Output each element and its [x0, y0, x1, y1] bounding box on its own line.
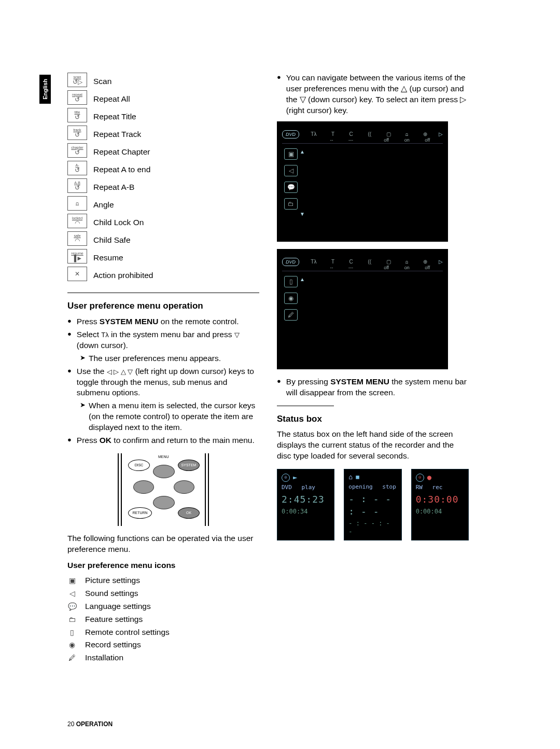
status-icon-row: scan↺▷Scan [67, 73, 259, 87]
status-icon-row: A-B↺Repeat A-B [67, 178, 259, 193]
divider [67, 293, 259, 293]
status-icon: track↺ [67, 126, 87, 140]
system-menu-screenshot-1: DVD TλTC((▢⩍⊕ ▷ -----offonoff ▣◁💬🗀 ▲ ▼ [277, 121, 448, 242]
remote-control-diagram: MENU DISC SYSTEM RETURN OK [117, 453, 210, 526]
status-icon-label: Angle [93, 200, 114, 211]
user-pref-steps: Press SYSTEM MENU on the remote control.… [67, 316, 259, 351]
status-icon: title↺ [67, 108, 87, 122]
status-icon-row: repeat↺Repeat All [67, 90, 259, 105]
status-icon: scan↺▷ [67, 73, 87, 87]
section-heading-status-box: Status box [277, 413, 469, 425]
status-icon: chapter↺ [67, 143, 87, 158]
menu-side-icon: ▯ [284, 276, 298, 287]
status-icon-label: Repeat A to end [93, 164, 150, 175]
pref-icon: 🗀 [67, 615, 77, 623]
status-icon-row: safe◠Child Safe [67, 231, 259, 246]
pref-icon-row: ◁Sound settings [67, 588, 259, 599]
pref-icon: ▣ [67, 576, 77, 585]
status-icon-row: A-↺Repeat A to end [67, 161, 259, 175]
pref-icon: 🖉 [67, 654, 77, 662]
pref-icon-row: 🖉Installation [67, 653, 259, 663]
status-icon-label: Resume [93, 253, 123, 263]
status-icon: ✕ [67, 267, 87, 281]
status-icon-label: Action prohibited [93, 270, 153, 281]
status-icon-label: Repeat A-B [93, 182, 134, 193]
status-icon-label: Child Safe [93, 235, 131, 246]
status-box: ◎●RW rec0:30:000:00:04 [411, 469, 469, 540]
status-icon-label: Child Lock On [93, 217, 144, 228]
status-icon-label: Scan [93, 76, 111, 87]
pref-icon-row: 💬Language settings [67, 601, 259, 612]
status-icon-row: track↺Repeat Track [67, 126, 259, 140]
status-icon: A-B↺ [67, 178, 87, 193]
pref-icon-row: ▣Picture settings [67, 575, 259, 586]
status-icon: safe◠ [67, 231, 87, 246]
status-icon-row: chapter↺Repeat Chapter [67, 143, 259, 158]
navigate-instruction: You can navigate between the various ite… [286, 73, 469, 116]
language-tab: English [39, 75, 51, 104]
pref-icon-row: ▯Remote control settings [67, 627, 259, 638]
user-pref-followup: The following functions can be operated … [67, 533, 259, 555]
status-icon: locked◠ [67, 214, 87, 228]
pref-icon-label: Feature settings [85, 614, 143, 625]
pref-icon-label: Record settings [85, 640, 141, 650]
status-box: ⌂■opening stop- : - - : - -- : - - : - - [344, 469, 401, 540]
page-footer: 20 OPERATION [67, 720, 113, 728]
pref-icon: ◉ [67, 641, 77, 649]
pref-icon-label: Picture settings [85, 575, 140, 586]
status-icon-row: ⩍Angle [67, 196, 259, 211]
menu-side-icon: 🗀 [284, 198, 298, 210]
status-icon-row: resume▐►Resume [67, 249, 259, 263]
status-icon-row: locked◠Child Lock On [67, 214, 259, 228]
pref-icon: ▯ [67, 628, 77, 636]
status-icon-label: Repeat Chapter [93, 147, 150, 158]
divider [277, 406, 334, 406]
menu-side-icon: ◉ [284, 293, 298, 304]
pref-icon: 💬 [67, 602, 77, 611]
status-icon-label: Repeat Track [93, 129, 141, 140]
pref-icon-row: 🗀Feature settings [67, 614, 259, 625]
status-icon-label: Repeat All [93, 94, 130, 105]
pref-icon-label: Sound settings [85, 588, 138, 599]
status-icon: repeat↺ [67, 90, 87, 105]
menu-side-icon: ◁ [284, 165, 298, 176]
status-icon: A-↺ [67, 161, 87, 175]
status-icon: ⩍ [67, 196, 87, 211]
menu-side-icon: ▣ [284, 148, 298, 160]
pref-icon: ◁ [67, 589, 77, 598]
pref-icon-row: ◉Record settings [67, 640, 259, 650]
status-icon-row: ✕Action prohibited [67, 267, 259, 281]
status-icon: resume▐► [67, 249, 87, 263]
status-icon-row: title↺Repeat Title [67, 108, 259, 122]
menu-side-icon: 🖉 [284, 309, 298, 321]
user-pref-icons-heading: User preference menu icons [67, 560, 259, 571]
status-box: ◎►DVD play2:45:230:00:34 [277, 469, 334, 540]
pref-icon-label: Installation [85, 653, 123, 663]
status-box-examples: ◎►DVD play2:45:230:00:34⌂■opening stop- … [277, 469, 469, 540]
user-pref-icons-list: ▣Picture settings◁Sound settings💬Languag… [67, 575, 259, 663]
menu-side-icon: 💬 [284, 182, 298, 193]
status-icon-legend: scan↺▷Scanrepeat↺Repeat Alltitle↺Repeat … [67, 73, 259, 281]
system-menu-screenshot-2: DVD TλTC((▢⩍⊕ ▷ -----offonoff ▯◉🖉 ▲ [277, 249, 448, 369]
pref-icon-label: Language settings [85, 601, 151, 612]
pref-icon-label: Remote control settings [85, 627, 170, 638]
status-icon-label: Repeat Title [93, 112, 136, 122]
status-box-paragraph: The status box on the left hand side of … [277, 429, 469, 462]
section-heading-user-pref: User preference menu operation [67, 300, 259, 312]
